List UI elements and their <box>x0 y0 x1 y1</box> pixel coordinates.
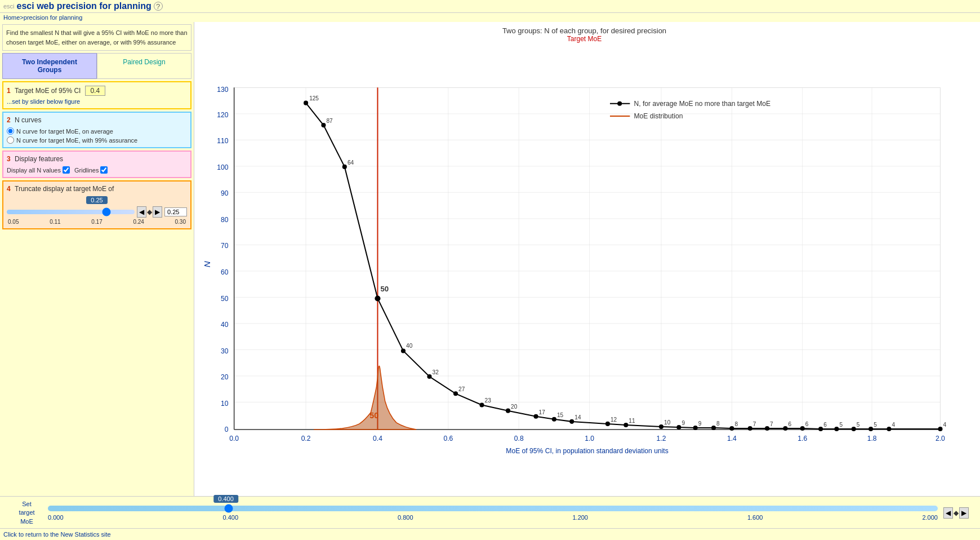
section-2-number: 2 <box>7 116 11 124</box>
svg-text:90: 90 <box>221 189 229 197</box>
svg-point-76 <box>765 426 769 431</box>
slider-next-btn[interactable]: ▶ <box>153 206 162 218</box>
svg-text:125: 125 <box>309 95 319 101</box>
svg-text:27: 27 <box>458 386 465 392</box>
svg-text:10: 10 <box>221 400 229 408</box>
svg-text:6: 6 <box>788 421 791 427</box>
set-label-1: Set <box>11 500 42 508</box>
home-link[interactable]: Home <box>3 14 20 21</box>
display-n-label[interactable]: Display all N values <box>7 166 70 174</box>
bottom-slider-ticks: 0.000 0.400 0.800 1.200 1.600 2.000 <box>48 514 938 521</box>
svg-text:1.6: 1.6 <box>798 435 807 442</box>
bottom-slider-next-btn[interactable]: ▶ <box>959 507 969 519</box>
section-1-title: 1 Target MoE of 95% CI <box>7 86 187 96</box>
section-4-slider-row: ◀ ◆ ▶ <box>7 206 187 218</box>
svg-point-66 <box>552 417 556 422</box>
bottom-target-slider[interactable] <box>48 506 938 511</box>
svg-point-58 <box>342 165 347 169</box>
bottom-slider-bubble: 0.400 <box>213 495 238 503</box>
tab-paired-design[interactable]: Paired Design <box>97 53 191 79</box>
svg-text:7: 7 <box>770 421 773 427</box>
section-4-slider-value-bubble: 0.25 <box>86 196 107 204</box>
svg-point-62 <box>453 391 458 396</box>
main-chart-svg: 0 10 20 30 40 50 60 70 80 90 100 110 120… <box>200 44 969 496</box>
svg-text:5: 5 <box>839 422 843 428</box>
svg-text:8: 8 <box>716 421 720 427</box>
svg-point-116 <box>617 101 622 106</box>
svg-text:2.0: 2.0 <box>936 435 945 442</box>
svg-point-65 <box>534 414 538 419</box>
tick-4: 0.30 <box>175 219 186 225</box>
set-label-2: target <box>11 508 42 517</box>
svg-text:5: 5 <box>874 422 877 428</box>
svg-text:1.2: 1.2 <box>657 435 666 442</box>
svg-text:17: 17 <box>539 409 546 415</box>
radio-on-average-input[interactable] <box>7 127 14 135</box>
footer-link[interactable]: Click to return to the New Statistics si… <box>3 531 111 538</box>
svg-text:0.2: 0.2 <box>301 435 311 442</box>
svg-text:60: 60 <box>221 268 229 276</box>
svg-text:5: 5 <box>857 422 860 428</box>
radio-on-average-label: N curve for target MoE, on average <box>16 128 113 135</box>
section-3-label: Display features <box>15 155 63 163</box>
section-3-number: 3 <box>7 155 11 163</box>
target-moe-chart-label: Target MoE <box>200 35 969 43</box>
section-2: 2 N curves N curve for target MoE, on av… <box>2 112 191 148</box>
tick-0: 0.05 <box>8 219 19 225</box>
moe-value-input[interactable] <box>85 86 105 96</box>
svg-text:30: 30 <box>221 347 229 355</box>
section-4-exact-input[interactable] <box>164 207 187 216</box>
svg-point-80 <box>834 427 839 431</box>
header: esci esci web precision for planning ? <box>0 0 980 13</box>
svg-text:80: 80 <box>221 216 229 224</box>
set-label-3: MoE <box>11 517 42 526</box>
bottom-tick-5: 2.000 <box>922 514 938 521</box>
radio-on-average[interactable]: N curve for target MoE, on average <box>7 127 187 135</box>
description-text: Find the smallest N that will give a 95%… <box>6 29 188 46</box>
bottom-slider-wrap: 0.400 0.000 0.400 0.800 1.200 1.600 2.00… <box>48 505 938 521</box>
set-by-slider-note: ...set by slider below figure <box>7 98 187 105</box>
description-box: Find the smallest N that will give a 95%… <box>2 24 191 51</box>
breadcrumb: Home>precision for planning <box>0 13 980 22</box>
svg-point-75 <box>748 426 752 431</box>
help-icon[interactable]: ? <box>154 2 163 11</box>
section-4-slider[interactable] <box>7 210 135 214</box>
svg-point-81 <box>852 427 856 431</box>
radio-with-assurance[interactable]: N curve for target MoE, with 99% assuran… <box>7 136 187 144</box>
bottom-slider-prev-btn[interactable]: ◀ <box>943 507 953 519</box>
svg-text:87: 87 <box>326 118 333 124</box>
tab-two-independent[interactable]: Two Independent Groups <box>2 53 97 79</box>
svg-text:9: 9 <box>681 420 685 426</box>
svg-text:0: 0 <box>225 426 229 433</box>
svg-text:1.4: 1.4 <box>727 435 737 442</box>
gridlines-checkbox[interactable] <box>100 166 108 174</box>
bottom-slider-bubble-value: 0.400 <box>218 495 234 502</box>
gridlines-text: Gridlines <box>74 167 99 174</box>
svg-text:1.0: 1.0 <box>585 435 594 442</box>
svg-text:11: 11 <box>629 418 635 424</box>
section-3-title: 3 Display features <box>7 155 187 163</box>
gridlines-label[interactable]: Gridlines <box>74 166 108 174</box>
current-page-link[interactable]: precision for planning <box>24 14 83 21</box>
svg-text:4: 4 <box>892 422 896 428</box>
slider-nav-buttons: ◀ ◆ ▶ <box>137 206 162 218</box>
radio-assurance-input[interactable] <box>7 136 14 144</box>
display-n-checkbox[interactable] <box>63 166 70 174</box>
section-4-number: 4 <box>7 185 11 193</box>
svg-point-69 <box>623 423 628 427</box>
section-4: 4 Truncate display at target MoE of 0.25… <box>2 180 191 229</box>
svg-point-67 <box>569 419 574 424</box>
esci-prefix: esci <box>3 3 15 10</box>
svg-text:0.0: 0.0 <box>229 435 239 442</box>
svg-text:110: 110 <box>217 137 228 145</box>
bottom-tick-1: 0.400 <box>222 514 238 521</box>
slider-prev-btn[interactable]: ◀ <box>137 206 146 218</box>
svg-text:1.8: 1.8 <box>867 435 877 442</box>
section-3: 3 Display features Display all N values … <box>2 151 191 178</box>
svg-text:32: 32 <box>433 369 439 375</box>
svg-text:130: 130 <box>217 86 228 94</box>
svg-text:64: 64 <box>348 160 354 166</box>
chart-wrapper: 0 10 20 30 40 50 60 70 80 90 100 110 120… <box>200 44 969 496</box>
section-4-title: 4 Truncate display at target MoE of <box>7 185 187 193</box>
svg-point-73 <box>711 426 716 430</box>
